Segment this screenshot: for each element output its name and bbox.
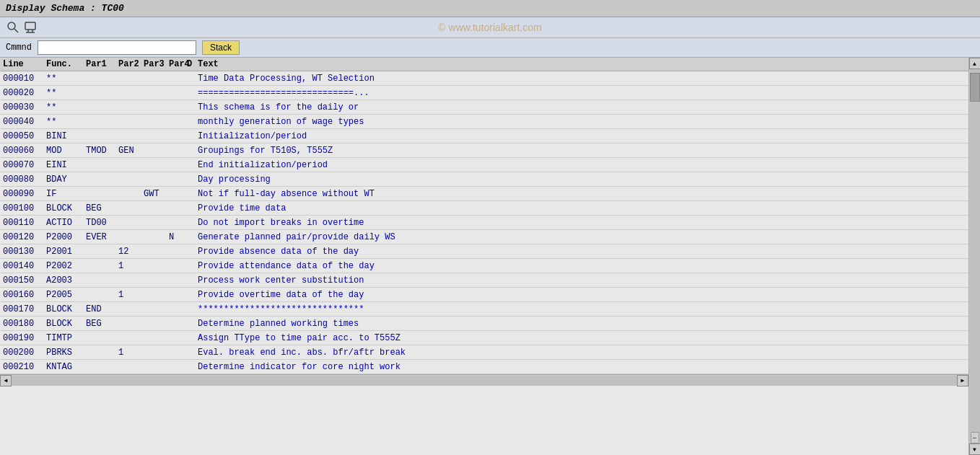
table-row[interactable]: 000150 A2003 Process work center substit…	[0, 273, 968, 288]
cell-func: KNTAG	[46, 362, 86, 372]
col-header-par3: Par3	[144, 59, 169, 69]
cell-func: **	[46, 117, 86, 127]
cell-text: Time Data Processing, WT Selection	[198, 74, 966, 84]
table-row[interactable]: 000070 EINI End initialization/period	[0, 158, 968, 172]
table-row[interactable]: 000100 BLOCK BEG Provide time data	[0, 201, 968, 216]
cell-text: Generate planned pair/provide daily WS	[198, 232, 966, 242]
table-row[interactable]: 000020 ** ==============================…	[0, 86, 968, 100]
cell-line: 000180	[3, 319, 46, 329]
tool-icon-2[interactable]	[23, 20, 38, 35]
table-row[interactable]: 000010 ** Time Data Processing, WT Selec…	[0, 71, 968, 86]
table-row[interactable]: 000160 P2005 1 Provide overtime data of …	[0, 288, 968, 302]
table-row[interactable]: 000090 IF GWT Not if full-day absence wi…	[0, 187, 968, 201]
scroll-thumb-y[interactable]	[970, 73, 980, 102]
cell-func: A2003	[46, 275, 86, 286]
cell-text: monthly generation of wage types	[198, 117, 966, 127]
table-row[interactable]: 000060 MOD TMOD GEN Groupings for T510S,…	[0, 143, 968, 158]
cell-line: 000140	[3, 261, 46, 271]
cell-func: P2005	[46, 290, 86, 300]
cell-par3: GWT	[144, 189, 169, 199]
cell-func: P2001	[46, 247, 86, 257]
cell-func: **	[46, 74, 86, 84]
table-body: 000010 ** Time Data Processing, WT Selec…	[0, 71, 968, 374]
table-row[interactable]: 000140 P2002 1 Provide attendance data o…	[0, 259, 968, 273]
cell-text: ********************************	[198, 304, 966, 314]
table-row[interactable]: 000110 ACTIO TD00 Do not import breaks i…	[0, 216, 968, 230]
cell-line: 000090	[3, 189, 46, 199]
cell-line: 000120	[3, 232, 46, 242]
cell-text: Determine indicator for core night work	[198, 362, 966, 372]
cell-par2: 1	[118, 290, 144, 300]
tool-icon-1[interactable]	[6, 20, 20, 35]
cell-func: ACTIO	[46, 218, 86, 228]
cell-line: 000210	[3, 362, 46, 372]
watermark: © www.tutorialkart.com	[438, 22, 541, 33]
table-row[interactable]: 000120 P2000 EVER N Generate planned pai…	[0, 230, 968, 244]
table-row[interactable]: 000180 BLOCK BEG Determine planned worki…	[0, 317, 968, 331]
cell-line: 000160	[3, 290, 46, 300]
table-row[interactable]: 000040 ** monthly generation of wage typ…	[0, 115, 968, 129]
cell-line: 000020	[3, 88, 46, 98]
svg-rect-2	[25, 22, 35, 30]
cell-text: ==============================...	[198, 88, 966, 98]
cell-func: BLOCK	[46, 203, 86, 213]
cell-text: Provide overtime data of the day	[198, 290, 966, 300]
stack-button[interactable]: Stack	[202, 40, 240, 55]
cell-func: BINI	[46, 131, 86, 141]
cell-func: BLOCK	[46, 319, 86, 329]
cell-line: 000040	[3, 117, 46, 127]
cell-line: 000010	[3, 74, 46, 84]
cell-func: P2002	[46, 261, 86, 271]
cell-line: 000080	[3, 175, 46, 185]
cell-func: TIMTP	[46, 333, 86, 343]
cell-par1: END	[86, 304, 118, 314]
cell-line: 000150	[3, 275, 46, 286]
cell-text: Provide absence data of the day	[198, 247, 966, 257]
table-row[interactable]: 000190 TIMTP Assign TType to time pair a…	[0, 331, 968, 345]
cell-text: Groupings for T510S, T555Z	[198, 146, 966, 156]
cell-func: MOD	[46, 146, 86, 156]
table-header: Line Func. Par1 Par2 Par3 Par4 D Text	[0, 58, 968, 71]
scroll-down-arrow[interactable]: ▼	[969, 443, 981, 455]
scroll-track-y[interactable]	[970, 69, 980, 432]
table-row[interactable]: 000170 BLOCK END ***********************…	[0, 302, 968, 317]
table-row[interactable]: 000030 ** This schema is for the daily o…	[0, 100, 968, 115]
cell-func: IF	[46, 189, 86, 199]
svg-point-0	[8, 22, 15, 30]
table-row[interactable]: 000050 BINI Initialization/period	[0, 129, 968, 143]
cell-line: 000100	[3, 203, 46, 213]
table-row[interactable]: 000080 BDAY Day processing	[0, 172, 968, 187]
col-header-d: D	[187, 59, 198, 69]
table-row[interactable]: 000210 KNTAG Determine indicator for cor…	[0, 360, 968, 374]
cell-func: PBRKS	[46, 348, 86, 358]
command-bar: Cmmnd Stack	[0, 38, 980, 58]
title-bar: Display Schema : TC00	[0, 0, 980, 17]
cell-par1: TMOD	[86, 146, 118, 156]
cell-line: 000200	[3, 348, 46, 358]
table-row[interactable]: 000130 P2001 12 Provide absence data of …	[0, 244, 968, 259]
command-label: Cmmnd	[6, 43, 32, 53]
scroll-track-x[interactable]	[12, 376, 957, 386]
cell-text: Provide time data	[198, 203, 966, 213]
col-header-func: Func.	[46, 59, 86, 69]
bottom-scrollbar: ◀ ▶	[0, 374, 968, 386]
cell-text: Provide attendance data of the day	[198, 261, 966, 271]
cell-func: **	[46, 102, 86, 112]
svg-line-1	[14, 29, 18, 32]
cell-par1: BEG	[86, 203, 118, 213]
page-title: Display Schema : TC00	[6, 3, 124, 14]
col-header-par1: Par1	[86, 59, 118, 69]
cell-text: Process work center substitution	[198, 275, 966, 286]
cell-text: Initialization/period	[198, 131, 966, 141]
table-row[interactable]: 000200 PBRKS 1 Eval. break end inc. abs.…	[0, 345, 968, 360]
cell-text: Do not import breaks in overtime	[198, 218, 966, 228]
col-header-text: Text	[198, 59, 966, 69]
cell-line: 000060	[3, 146, 46, 156]
scroll-up-arrow[interactable]: ▲	[969, 58, 981, 69]
scroll-left-arrow[interactable]: ◀	[0, 375, 12, 386]
cell-line: 000190	[3, 333, 46, 343]
cell-text: Day processing	[198, 175, 966, 185]
scroll-right-arrow[interactable]: ▶	[957, 375, 968, 386]
cell-par1: BEG	[86, 319, 118, 329]
command-input[interactable]	[38, 40, 196, 55]
